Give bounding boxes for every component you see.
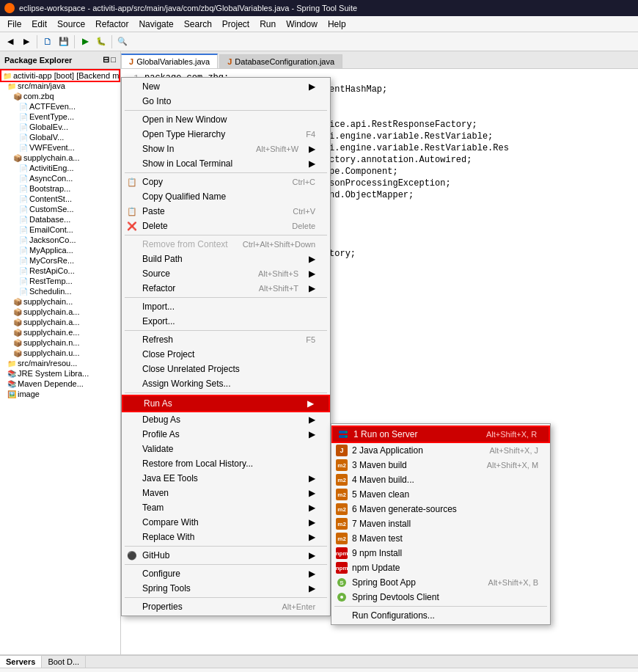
ctx-item-go-into[interactable]: Go Into [122, 94, 330, 109]
tree-item[interactable]: 📁src/main/java [1, 81, 119, 91]
menu-item-search[interactable]: Search [180, 18, 216, 31]
toolbar-debug[interactable]: 🐛 [94, 34, 109, 49]
tree-item[interactable]: 📚Maven Depende... [1, 379, 119, 389]
menu-item-navigate[interactable]: Navigate [134, 18, 177, 31]
tree-item[interactable]: 📄CustomSe... [1, 204, 119, 214]
tree-item[interactable]: 📦supplychain.e... [1, 327, 119, 337]
tree-item[interactable]: 📦supplychain.a... [1, 307, 119, 317]
toolbar-forward[interactable]: ▶ [19, 34, 34, 49]
tree-item[interactable]: 📄MyCorsRe... [1, 255, 119, 266]
tree-item[interactable]: 📄RestApiCo... [1, 266, 119, 276]
ctx-item-configure[interactable]: Configure▶ [122, 566, 330, 581]
tree-item[interactable]: 📦com.zbq [1, 91, 119, 101]
ctx-item-paste[interactable]: 📋PasteCtrl+V [122, 204, 330, 219]
ctx-item-import[interactable]: Import... [122, 299, 330, 314]
tree-item[interactable]: 📄Database... [1, 214, 119, 224]
tree-item[interactable]: 📦supplychain.n... [1, 337, 119, 348]
ctx-item-refresh[interactable]: RefreshF5 [122, 332, 330, 347]
run-as-item-npm-update[interactable]: npmnpm Update [331, 560, 550, 575]
ctx-item-open-type-hierarchy[interactable]: Open Type HierarchyF4 [122, 127, 330, 142]
run-as-item-8-maven-test[interactable]: m28 Maven test [331, 531, 550, 546]
ctx-item-open-in-new-window[interactable]: Open in New Window [122, 112, 330, 127]
menu-item-help[interactable]: Help [323, 18, 351, 31]
ctx-item-team[interactable]: Team▶ [122, 500, 330, 515]
ctx-item-close-unrelated-projects[interactable]: Close Unrelated Projects [122, 362, 330, 376]
menu-item-refactor[interactable]: Refactor [91, 18, 133, 31]
tree-item[interactable]: 📄VWFEvent... [1, 142, 119, 153]
run-as-item-5-maven-clean[interactable]: m25 Maven clean [331, 487, 550, 502]
editor-tab[interactable]: J DatabaseConfiguration.java [219, 54, 342, 68]
ctx-item-delete[interactable]: ❌DeleteDelete [122, 219, 330, 233]
tree-item[interactable]: 📄GlobalV... [1, 132, 119, 142]
toolbar-back[interactable]: ◀ [3, 34, 18, 49]
ctx-item-maven[interactable]: Maven▶ [122, 486, 330, 500]
ctx-item-build-path[interactable]: Build Path▶ [122, 252, 330, 266]
ctx-item-new[interactable]: New▶ [122, 79, 330, 94]
toolbar-search[interactable]: 🔍 [115, 34, 130, 49]
ctx-item-refactor[interactable]: RefactorAlt+Shift+T▶ [122, 281, 330, 296]
run-as-item-3-maven-build[interactable]: m23 Maven buildAlt+Shift+X, M [331, 458, 550, 472]
menu-item-file[interactable]: File [3, 18, 26, 31]
tree-item[interactable]: 📦supplychain.u... [1, 348, 119, 358]
menu-item-run[interactable]: Run [255, 18, 280, 31]
tree-item[interactable]: 📄ACTFEven... [1, 101, 119, 112]
run-as-item-6-maven-generate-sources[interactable]: m26 Maven generate-sources [331, 502, 550, 516]
tree-item[interactable]: 📚JRE System Libra... [1, 368, 119, 379]
editor-tab[interactable]: J GlobalVariables.java [121, 54, 218, 68]
ctx-item-restore-from-local-history[interactable]: Restore from Local History... [122, 456, 330, 471]
tree-item[interactable]: 🖼️image [1, 389, 119, 399]
ctx-item-github[interactable]: ⚫GitHub▶ [122, 548, 330, 563]
menu-item-source[interactable]: Source [53, 18, 89, 31]
bottom-tab[interactable]: Servers [0, 656, 42, 668]
run-as-item-7-maven-install[interactable]: m27 Maven install [331, 516, 550, 531]
minimize-icon[interactable]: ⊟ [103, 55, 109, 65]
tree-item[interactable]: 📄EmailCont... [1, 224, 119, 235]
ctx-item-assign-working-sets[interactable]: Assign Working Sets... [122, 376, 330, 391]
toolbar-run[interactable]: ▶ [78, 34, 92, 49]
run-as-item-4-maven-build[interactable]: m24 Maven build... [331, 472, 550, 487]
tree-item[interactable]: 📄Bootstrap... [1, 183, 119, 194]
tree-item[interactable]: 📄JacksonCo... [1, 235, 119, 245]
ctx-item-compare-with[interactable]: Compare With▶ [122, 515, 330, 530]
toolbar-save[interactable]: 💾 [56, 34, 71, 49]
ctx-item-show-in[interactable]: Show InAlt+Shift+W▶ [122, 142, 330, 156]
tree-item[interactable]: 📄RestTemp... [1, 276, 119, 286]
tree-item[interactable]: 📄EventType... [1, 112, 119, 122]
ctx-item-validate[interactable]: Validate [122, 442, 330, 456]
ctx-item-show-in-local-terminal[interactable]: Show in Local Terminal▶ [122, 156, 330, 171]
tree-item[interactable]: 📦supplychain.a... [1, 153, 119, 163]
run-as-item-spring-boot-app[interactable]: SSpring Boot AppAlt+Shift+X, B [331, 575, 550, 590]
maximize-icon[interactable]: □ [111, 55, 116, 65]
ctx-item-copy-qualified-name[interactable]: Copy Qualified Name [122, 189, 330, 204]
ctx-item-source[interactable]: SourceAlt+Shift+S▶ [122, 266, 330, 281]
toolbar-new[interactable]: 🗋 [40, 34, 55, 49]
bottom-tab[interactable]: Boot D... [42, 656, 86, 668]
ctx-item-profile-as[interactable]: Profile As▶ [122, 427, 330, 442]
run-as-item-2-java-application[interactable]: J2 Java ApplicationAlt+Shift+X, J [331, 443, 550, 458]
run-as-item-run-configurations[interactable]: Run Configurations... [331, 608, 550, 623]
menu-item-window[interactable]: Window [282, 18, 322, 31]
tree-item[interactable]: 📦supplychain... [1, 296, 119, 307]
menu-item-edit[interactable]: Edit [27, 18, 51, 31]
menu-item-project[interactable]: Project [218, 18, 254, 31]
tree-item[interactable]: 📁activiti-app [boot] [Backend master] [1, 70, 119, 81]
ctx-item-copy[interactable]: 📋CopyCtrl+C [122, 175, 330, 189]
ctx-item-replace-with[interactable]: Replace With▶ [122, 530, 330, 544]
ctx-item-debug-as[interactable]: Debug As▶ [122, 412, 330, 427]
ctx-item-java-ee-tools[interactable]: Java EE Tools▶ [122, 471, 330, 486]
tree-item[interactable]: 📁src/main/resou... [1, 358, 119, 368]
tree-item[interactable]: 📄Schedulin... [1, 286, 119, 296]
ctx-item-spring-tools[interactable]: Spring Tools▶ [122, 581, 330, 596]
ctx-item-properties[interactable]: PropertiesAlt+Enter [122, 599, 330, 614]
run-as-item-1-run-on-server[interactable]: 1 Run on ServerAlt+Shift+X, R [331, 426, 550, 443]
tree-item[interactable]: 📄ContentSt... [1, 194, 119, 204]
ctx-item-run-as[interactable]: Run As▶ [122, 395, 330, 412]
tree-item[interactable]: 📦supplychain.a... [1, 317, 119, 327]
tree-item[interactable]: 📄GlobalEv... [1, 122, 119, 132]
run-as-item-9-npm-install[interactable]: npm9 npm Install [331, 546, 550, 560]
run-as-item-spring-devtools-client[interactable]: Spring Devtools Client [331, 590, 550, 605]
ctx-item-export[interactable]: Export... [122, 314, 330, 329]
tree-item[interactable]: 📄MyApplica... [1, 245, 119, 255]
tree-item[interactable]: 📄ActivitiEng... [1, 163, 119, 173]
ctx-item-close-project[interactable]: Close Project [122, 347, 330, 362]
